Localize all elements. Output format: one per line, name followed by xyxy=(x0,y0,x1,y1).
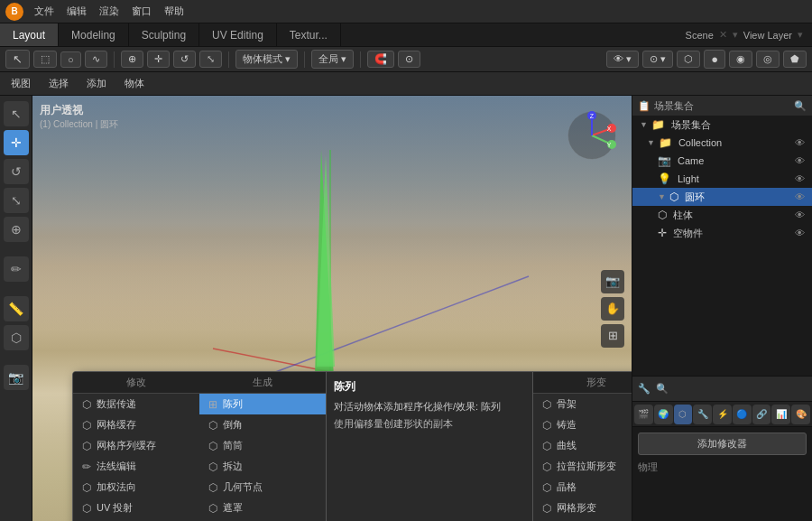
select-tool[interactable]: ↖ xyxy=(4,101,29,126)
tab-sculpting[interactable]: Sculpting xyxy=(129,23,199,46)
xray-toggle[interactable]: ⬡ xyxy=(677,51,700,68)
outliner-root[interactable]: ▼ 📁 场景集合 xyxy=(632,116,812,134)
measure-tool[interactable]: 📏 xyxy=(4,296,29,321)
view-options[interactable]: 👁 ▾ xyxy=(606,51,639,68)
pan-btn[interactable]: ✋ xyxy=(601,297,624,321)
popup-item-laplacian-deform[interactable]: ⬡ 拉普拉斯形变 xyxy=(533,456,632,477)
scale[interactable]: ⤡ xyxy=(199,51,222,68)
popup-item-boolean[interactable]: ⬡ 简筒 xyxy=(199,435,326,456)
move-tool[interactable]: ✛ xyxy=(4,130,29,155)
material-view[interactable]: ◉ xyxy=(729,51,752,68)
visibility-icon[interactable]: 👁 xyxy=(795,137,805,148)
tab-modeling[interactable]: Modeling xyxy=(59,23,129,46)
outliner-collection[interactable]: ▼ 📁 Collection 👁 xyxy=(632,134,812,152)
menu-file[interactable]: 文件 xyxy=(29,3,60,20)
tab-uv-editing[interactable]: UV Editing xyxy=(199,23,277,46)
solid-view[interactable]: ● xyxy=(704,50,725,69)
prop-tab-object[interactable]: ⬡ xyxy=(674,405,693,424)
global-dropdown[interactable]: 全局 ▾ xyxy=(311,50,354,69)
item-label: 数据传递 xyxy=(97,397,136,411)
menu-edit[interactable]: 编辑 xyxy=(61,3,92,20)
popup-item-armature[interactable]: ⬡ 骨架 xyxy=(533,394,632,414)
popup-item-array[interactable]: ⊞ 陈列 xyxy=(199,394,326,414)
camera-visibility-icon[interactable]: 👁 xyxy=(795,155,805,166)
torus-visibility-icon[interactable]: 👁 xyxy=(795,191,805,202)
tab-layout[interactable]: Layout xyxy=(0,23,59,46)
prop-tab-scene[interactable]: 🎬 xyxy=(634,405,653,424)
menu-window[interactable]: 窗口 xyxy=(126,3,157,20)
mode-dropdown[interactable]: 物体模式 ▾ xyxy=(235,50,298,69)
light-visibility-icon[interactable]: 👁 xyxy=(795,173,805,184)
prop-tab-particles[interactable]: ⚡ xyxy=(713,405,732,424)
prop-tab-modifiers[interactable]: 🔧 xyxy=(693,405,712,424)
outliner-search[interactable]: 🔍 xyxy=(794,100,807,112)
select-tool-cursor[interactable]: ↖ xyxy=(5,50,30,69)
camera-view-btn[interactable]: 📷 xyxy=(601,270,624,293)
popup-item-build[interactable]: ⬡ 拆边 xyxy=(199,456,326,477)
properties-search[interactable]: 🔍 xyxy=(656,383,669,395)
select-lasso[interactable]: ∿ xyxy=(85,51,107,68)
select-circle[interactable]: ○ xyxy=(60,51,81,68)
add-modifier-button[interactable]: 添加修改器 xyxy=(638,433,807,455)
empty-visibility-icon[interactable]: 👁 xyxy=(795,228,805,238)
popup-item-mesh-cache[interactable]: ⬡ 网格缓存 xyxy=(73,414,199,435)
tab-texture[interactable]: Textur... xyxy=(277,23,341,46)
scene-selector[interactable]: Scene ✕ ▾ View Layer ▾ xyxy=(677,23,812,46)
camera-tool[interactable]: 📷 xyxy=(4,365,29,390)
proportional-edit[interactable]: ⊙ xyxy=(398,51,420,68)
popup-item-curve[interactable]: ⬡ 曲线 xyxy=(533,435,632,456)
transform[interactable]: ⊕ xyxy=(121,51,143,68)
add-cube[interactable]: ⬡ xyxy=(4,325,29,350)
prop-tab-data[interactable]: 📊 xyxy=(771,405,790,424)
popup-item-cast[interactable]: ⬡ 铸造 xyxy=(533,414,632,435)
separator-3 xyxy=(304,51,305,68)
rotate-tool[interactable]: ↺ xyxy=(4,159,29,184)
grid-btn[interactable]: ⊞ xyxy=(601,324,624,348)
rendered-view[interactable]: ◎ xyxy=(756,51,780,68)
popup-item-data-transfer[interactable]: ⬡ 数据传递 xyxy=(73,394,199,414)
empty-icon: ✛ xyxy=(658,227,667,239)
collection-item-label: Collection xyxy=(678,137,722,148)
wireframe-view[interactable]: ⬟ xyxy=(783,51,807,68)
properties-label: 🔧 xyxy=(638,383,651,395)
popup-item-lattice[interactable]: ⬡ 晶格 xyxy=(533,477,632,498)
popup-item-uv-project[interactable]: ⬡ UV 投射 xyxy=(73,498,199,518)
popup-item-mesh-seq-cache[interactable]: ⬡ 网格序列缓存 xyxy=(73,435,199,456)
select-menu[interactable]: 选择 xyxy=(43,75,74,92)
prop-tab-material[interactable]: 🎨 xyxy=(791,405,810,424)
blender-logo[interactable]: B xyxy=(5,3,23,21)
popup-item-weighted-normal[interactable]: ⬡ 加权法向 xyxy=(73,477,199,498)
popup-item-mask[interactable]: ⬡ 遮罩 xyxy=(199,498,326,518)
modifier-popup-menu[interactable]: 修改 ⬡ 数据传递 ⬡ 网格缓存 ⬡ 网格序列缓存 ✏ xyxy=(72,371,632,521)
overlay-options[interactable]: ⊙ ▾ xyxy=(642,51,673,68)
popup-item-normal-edit[interactable]: ✏ 法线编辑 xyxy=(73,456,199,477)
transform-tool[interactable]: ⊕ xyxy=(4,217,29,242)
normal-edit-icon: ✏ xyxy=(82,461,91,473)
popup-item-geometry-nodes[interactable]: ⬡ 几何节点 xyxy=(199,477,326,498)
prop-tab-physics[interactable]: 🔵 xyxy=(733,405,752,424)
menu-render[interactable]: 渲染 xyxy=(94,3,125,20)
annotate-tool[interactable]: ✏ xyxy=(4,256,29,282)
select-box[interactable]: ⬚ xyxy=(33,51,57,68)
cylinder-visibility-icon[interactable]: 👁 xyxy=(795,209,805,220)
outliner-light[interactable]: 💡 Light 👁 xyxy=(632,170,812,188)
popup-item-mesh-deform[interactable]: ⬡ 网格形变 xyxy=(533,498,632,518)
menu-help[interactable]: 帮助 xyxy=(159,3,189,20)
outliner-torus[interactable]: ▼ ⬡ 圆环 👁 xyxy=(632,188,812,206)
viewport[interactable]: X Y Z 用户透视 (1) Collection | 圆环 📷 ✋ ⊞ xyxy=(32,96,632,521)
rotate[interactable]: ↺ xyxy=(173,51,196,68)
outliner-empty[interactable]: ✛ 空物件 👁 xyxy=(632,224,812,242)
outliner-cylinder[interactable]: ⬡ 柱体 👁 xyxy=(632,206,812,224)
view-menu[interactable]: 视图 xyxy=(5,75,36,92)
outliner-camera[interactable]: 📷 Came 👁 xyxy=(632,152,812,170)
object-menu[interactable]: 物体 xyxy=(119,75,150,92)
axes-gizmo[interactable]: X Y Z xyxy=(567,110,617,161)
snap-toggle[interactable]: 🧲 xyxy=(367,51,394,68)
move[interactable]: ✛ xyxy=(147,51,170,68)
popup-item-bevel[interactable]: ⬡ 倒角 xyxy=(199,414,326,435)
prop-tab-constraints[interactable]: 🔗 xyxy=(752,405,771,424)
prop-tab-world[interactable]: 🌍 xyxy=(654,405,673,424)
add-menu[interactable]: 添加 xyxy=(81,75,112,92)
scale-tool[interactable]: ⤡ xyxy=(4,188,29,213)
torus-item-label: 圆环 xyxy=(685,191,705,204)
